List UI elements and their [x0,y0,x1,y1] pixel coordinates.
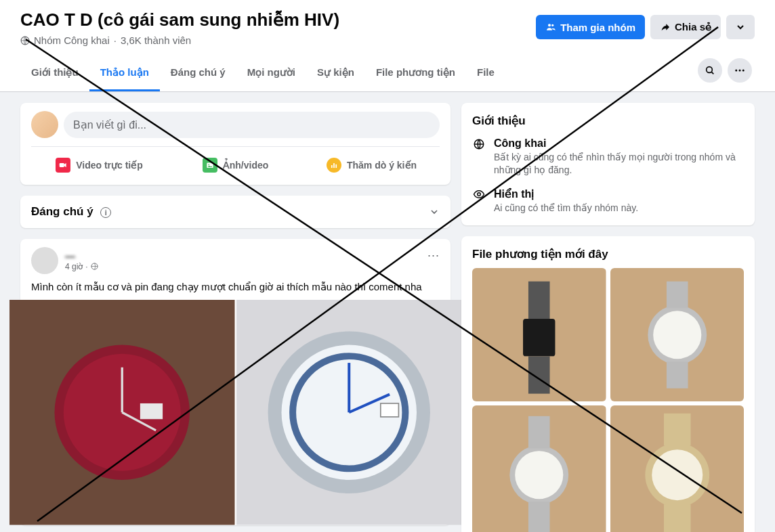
svg-point-28 [478,193,481,196]
share-label: Chia sẻ [675,21,711,33]
post-card: — 4 giờ · ··· Mình còn ít mẫu cơ và pin … [20,239,451,525]
svg-point-2 [551,24,553,26]
featured-section[interactable]: Đáng chú ý i [20,196,451,228]
live-video-button[interactable]: Video trực tiếp [31,154,167,177]
composer-input[interactable]: Bạn viết gì đi... [64,112,440,138]
share-button[interactable]: Chia sẻ [650,15,721,39]
svg-rect-37 [666,361,688,389]
svg-rect-36 [666,282,688,309]
svg-point-9 [208,164,209,166]
avatar[interactable] [31,247,58,274]
post-composer: Bạn viết gì đi... Video trực tiếp Ảnh/vi… [20,103,451,185]
group-header: CAO T D (cô gái sam sung nhiễm HIV) Nhóm… [0,0,775,92]
more-button[interactable] [728,58,752,83]
video-icon [56,158,70,173]
about-public-desc: Bất kỳ ai cũng có thể nhìn thấy mọi ngườ… [494,151,744,177]
svg-rect-11 [333,163,335,168]
post-media-grid[interactable] [9,300,461,525]
media-thumbnail[interactable] [472,268,606,402]
svg-rect-30 [523,319,555,356]
svg-rect-32 [528,356,550,393]
globe-icon [91,263,98,270]
tab-media[interactable]: File phương tiện [365,56,466,91]
chevron-down-icon [429,206,440,217]
media-image[interactable] [236,300,462,525]
svg-rect-12 [335,164,337,168]
share-icon [660,22,671,32]
tab-files[interactable]: File [466,56,505,91]
globe-icon [472,137,486,151]
photo-icon [203,158,217,173]
about-visible-desc: Ai cũng có thể tìm thấy nhóm này. [494,202,638,215]
avatar[interactable] [31,111,58,138]
nav-tabs: Giới thiệu Thảo luận Đáng chú ý Mọi ngườ… [20,56,505,91]
info-icon: i [100,207,111,218]
about-title: Giới thiệu [472,114,744,128]
post-text: Mình còn ít mẫu cơ và pin đang chạy mượt… [31,281,440,293]
svg-point-6 [742,69,745,71]
post-timestamp: 4 giờ · [65,262,98,271]
svg-rect-17 [140,403,163,419]
svg-point-4 [735,69,737,71]
svg-rect-10 [331,165,333,168]
group-meta: Nhóm Công khai · 3,6K thành viên [20,35,339,46]
separator-dot: · [114,35,117,46]
media-thumbnail[interactable] [610,405,745,532]
ellipsis-icon [734,64,746,76]
media-thumbnail[interactable] [472,405,606,532]
svg-rect-8 [207,163,213,169]
post-author[interactable]: — [65,250,98,262]
svg-point-3 [707,66,713,72]
svg-point-45 [652,450,703,501]
svg-point-35 [653,311,701,359]
poll-icon [327,158,341,173]
tab-featured[interactable]: Đáng chú ý [160,56,236,91]
join-group-button[interactable]: Tham gia nhóm [536,15,645,39]
svg-point-5 [739,69,741,71]
header-actions: Tham gia nhóm Chia sẻ [536,15,755,39]
media-thumbnail[interactable] [610,268,745,402]
privacy-label: Nhóm Công khai [34,35,110,46]
group-join-icon [545,22,556,32]
about-card: Giới thiệu Công khai Bất kỳ ai cũng có t… [461,103,755,225]
member-count: 3,6K thành viên [121,35,191,46]
search-button[interactable] [698,58,722,83]
svg-point-40 [515,451,563,500]
tab-people[interactable]: Mọi người [236,56,306,91]
live-video-label: Video trực tiếp [76,160,143,171]
recent-media-card: File phương tiện mới đây [461,236,755,532]
poll-button[interactable]: Thăm dò ý kiến [303,154,440,177]
svg-rect-42 [528,502,550,532]
about-public-heading: Công khai [494,137,744,150]
svg-rect-46 [664,414,691,445]
post-menu-button[interactable]: ··· [427,248,440,263]
tab-events[interactable]: Sự kiện [306,56,365,91]
globe-icon [20,36,30,45]
svg-rect-31 [528,282,550,319]
recent-media-title: File phương tiện mới đây [472,247,744,261]
group-title: CAO T D (cô gái sam sung nhiễm HIV) [20,9,339,30]
svg-rect-41 [528,416,550,448]
tab-discussion[interactable]: Thảo luận [89,56,160,91]
chevron-down-icon [735,22,746,32]
svg-rect-47 [664,505,691,532]
svg-point-1 [548,24,551,26]
about-visible-heading: Hiển thị [494,187,638,200]
more-actions-button[interactable] [726,15,755,39]
poll-label: Thăm dò ý kiến [347,160,417,171]
search-icon [705,65,715,76]
svg-rect-26 [380,403,398,417]
svg-rect-7 [60,163,64,167]
media-image[interactable] [9,300,235,525]
join-label: Tham gia nhóm [560,22,635,33]
photo-video-label: Ảnh/video [223,160,269,171]
photo-video-button[interactable]: Ảnh/video [167,154,303,177]
tab-about[interactable]: Giới thiệu [20,56,89,91]
eye-icon [472,187,486,201]
featured-title: Đáng chú ý [31,205,93,218]
